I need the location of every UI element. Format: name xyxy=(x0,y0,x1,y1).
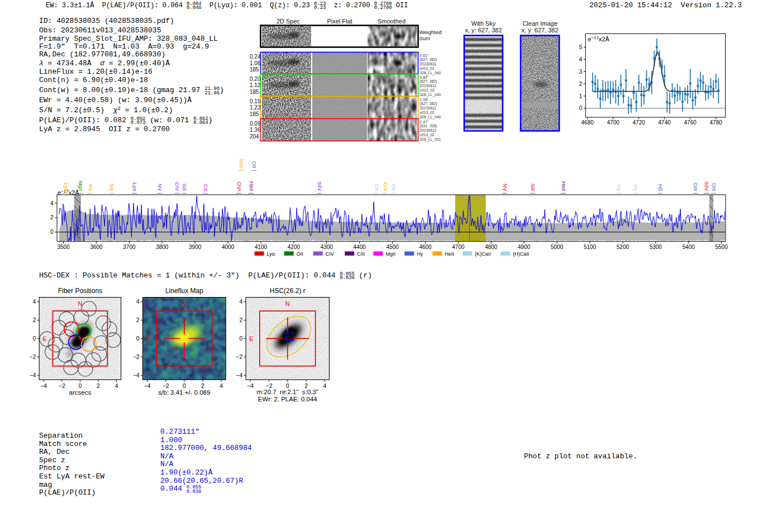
svg-text:MgII: MgII xyxy=(385,251,395,257)
svg-text:Lyα {: Lyα { xyxy=(63,183,69,194)
svg-text:−4: −4 xyxy=(40,382,47,389)
svg-text:v013_01: v013_01 xyxy=(420,66,435,71)
svg-text:HeII: HeII xyxy=(445,251,454,257)
svg-text:SiII {: SiII { xyxy=(530,183,536,194)
svg-text:x, y: 627, 382: x, y: 627, 382 xyxy=(522,27,559,33)
svg-text:2: 2 xyxy=(579,81,583,87)
svg-text:−4: −4 xyxy=(144,382,151,389)
svg-text:0: 0 xyxy=(136,335,140,342)
svg-text:CII {: CII { xyxy=(203,184,209,194)
svg-text:E: E xyxy=(249,336,253,342)
svg-text:20230611: 20230611 xyxy=(420,106,437,110)
svg-text:3800: 3800 xyxy=(156,244,169,250)
svg-text:4720: 4720 xyxy=(633,119,646,126)
svg-text:2: 2 xyxy=(136,317,140,323)
svg-text:CIV {: CIV { xyxy=(383,182,389,194)
svg-text:4: 4 xyxy=(136,298,140,305)
svg-text:−2: −2 xyxy=(133,353,140,360)
svg-text:Fiber Positions: Fiber Positions xyxy=(58,287,102,295)
svg-text:20230611: 20230611 xyxy=(420,128,437,132)
svg-text:328_LL_021: 328_LL_021 xyxy=(420,137,441,142)
svg-text:OIII {: OIII { xyxy=(693,183,699,194)
svg-text:HeII {: HeII { xyxy=(249,181,255,194)
svg-text:204: 204 xyxy=(250,133,259,140)
svg-text:4100: 4100 xyxy=(255,244,268,250)
svg-text:NV {: NV { xyxy=(157,184,163,194)
svg-text:5: 5 xyxy=(579,44,583,50)
svg-text:4600: 4600 xyxy=(419,244,432,250)
svg-text:Lyα {: Lyα { xyxy=(132,183,138,194)
svg-text:OVI {: OVI { xyxy=(236,182,242,194)
svg-text:CIV {: CIV { xyxy=(174,182,180,194)
svg-text:4760: 4760 xyxy=(684,119,697,126)
svg-text:HSC(26.2) r: HSC(26.2) r xyxy=(270,287,306,295)
svg-text:185: 185 xyxy=(250,66,259,73)
svg-text:0: 0 xyxy=(579,105,583,111)
svg-text:−2: −2 xyxy=(163,382,169,389)
svg-text:328_LL_040: 328_LL_040 xyxy=(420,93,441,97)
svg-text:Pixel Flat: Pixel Flat xyxy=(327,18,352,25)
svg-text:EWr: 2. PLAE: 0.044: EWr: 2. PLAE: 0.044 xyxy=(258,396,318,402)
svg-text:0.09: 0.09 xyxy=(250,121,261,127)
svg-text:0.15: 0.15 xyxy=(250,98,261,104)
svg-text:MgII {: MgII { xyxy=(78,181,84,194)
svg-text:0.61": 0.61" xyxy=(420,54,429,57)
svg-text:s/b: 3.41 +/- 0.089: s/b: 3.41 +/- 0.089 xyxy=(158,389,210,396)
svg-text:NV {: NV { xyxy=(502,184,508,194)
svg-text:−2: −2 xyxy=(59,382,65,389)
svg-text:4000: 4000 xyxy=(222,244,235,250)
svg-text:Hγ {: Hγ { xyxy=(633,185,639,194)
svg-text:(627, 382): (627, 382) xyxy=(420,57,437,62)
svg-text:−4: −4 xyxy=(29,372,36,378)
svg-text:5100: 5100 xyxy=(584,244,597,250)
svg-text:3900: 3900 xyxy=(189,244,202,250)
svg-text:185: 185 xyxy=(250,111,259,117)
svg-text:4800: 4800 xyxy=(485,244,498,250)
svg-text:0: 0 xyxy=(183,382,186,389)
svg-text:(631, 205): (631, 205) xyxy=(420,124,437,128)
svg-text:Lineflux Map: Lineflux Map xyxy=(165,287,203,295)
svg-text:4500: 4500 xyxy=(386,244,399,250)
svg-text:−4: −4 xyxy=(133,372,140,378)
svg-text:4: 4 xyxy=(239,298,242,305)
svg-text:x, y: 627, 382: x, y: 627, 382 xyxy=(465,27,502,33)
svg-text:arcsecs: arcsecs xyxy=(69,389,92,396)
svg-text:2: 2 xyxy=(201,382,204,389)
svg-text:SiII {: SiII { xyxy=(109,183,115,194)
svg-text:2: 2 xyxy=(239,317,242,323)
svg-text:4780: 4780 xyxy=(710,119,723,126)
svg-text:185: 185 xyxy=(250,89,259,95)
svg-text:4700: 4700 xyxy=(607,119,620,126)
svg-text:OIII {: OIII { xyxy=(711,183,717,194)
svg-text:0: 0 xyxy=(33,335,36,342)
svg-text:(627, 382): (627, 382) xyxy=(420,79,437,84)
svg-text:Clean Image: Clean Image xyxy=(522,20,557,27)
svg-text:5400: 5400 xyxy=(683,244,695,250)
svg-text:−2: −2 xyxy=(236,353,242,360)
svg-text:v013_02: v013_02 xyxy=(420,111,435,115)
svg-text:5300: 5300 xyxy=(650,244,662,250)
svg-text:OII {: OII { xyxy=(251,161,258,171)
svg-text:4900: 4900 xyxy=(518,244,531,250)
svg-text:2: 2 xyxy=(33,317,36,323)
svg-text:Weighted: Weighted xyxy=(419,29,442,35)
svg-text:Sum: Sum xyxy=(419,35,431,41)
svg-text:3700: 3700 xyxy=(123,244,136,250)
svg-text:0.24: 0.24 xyxy=(250,54,261,60)
svg-text:1.12: 1.12 xyxy=(250,82,261,88)
svg-text:4: 4 xyxy=(323,382,326,389)
svg-text:4: 4 xyxy=(579,56,583,63)
svg-text:0: 0 xyxy=(239,335,242,342)
svg-text:Hγ: Hγ xyxy=(417,251,423,257)
svg-text:2: 2 xyxy=(50,214,54,221)
svg-text:4: 4 xyxy=(33,298,36,305)
svg-text:4200: 4200 xyxy=(288,244,301,250)
svg-text:N: N xyxy=(285,300,290,307)
svg-text:−4: −4 xyxy=(236,372,242,378)
svg-text:20230611: 20230611 xyxy=(420,62,437,66)
svg-text:With Sky: With Sky xyxy=(471,20,496,27)
svg-text:5500: 5500 xyxy=(715,244,728,250)
svg-text:5200: 5200 xyxy=(617,244,630,250)
svg-text:2D Spec: 2D Spec xyxy=(276,18,301,25)
svg-text:20230611: 20230611 xyxy=(420,84,437,88)
